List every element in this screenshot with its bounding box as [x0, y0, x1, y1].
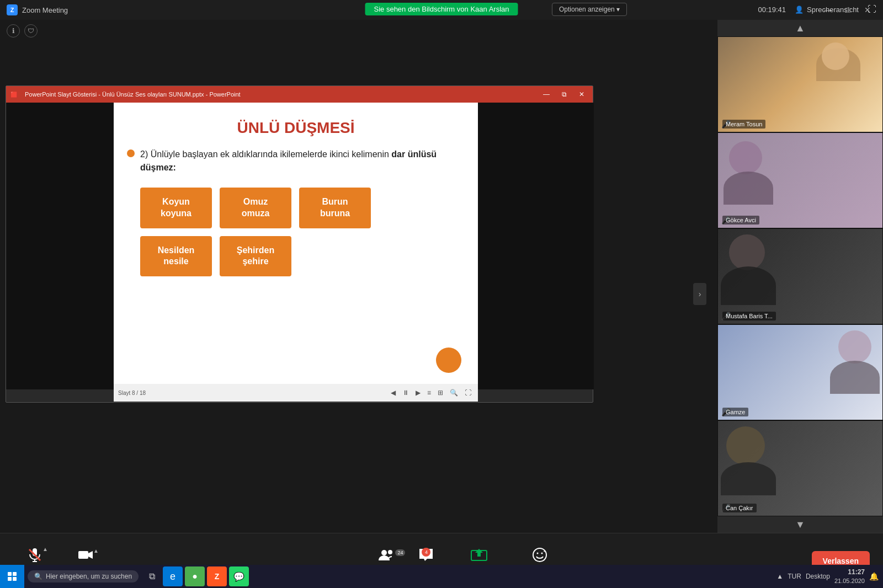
camera-icon: ▲ [78, 549, 93, 564]
video-tile-gokce-avci: 🎤 Gökce Avci [717, 132, 883, 228]
person-head [822, 42, 849, 70]
svg-marker-5 [88, 551, 93, 559]
taskbar-whatsapp-icon[interactable]: 💬 [229, 566, 249, 586]
slide-left-black [6, 103, 114, 389]
taskbar-search[interactable]: 🔍 Hier eingeben, um zu suchen [28, 570, 139, 582]
ppt-icon: 🟥 [10, 92, 17, 98]
panel-scroll-down-button[interactable]: ▼ [717, 516, 883, 533]
shield-icon[interactable]: 🛡 [24, 24, 38, 38]
slide-fullscreen-btn[interactable]: ⛶ [462, 388, 474, 398]
slide-body: 2) Ünlüyle başlayan ek aldıklarında ikil… [127, 148, 465, 174]
slide-forward-btn[interactable]: ▶ [413, 388, 423, 398]
more-options-button[interactable]: › [693, 283, 706, 305]
search-placeholder: Hier eingeben, um zu suchen [46, 573, 132, 580]
ppt-close-btn[interactable]: ✕ [575, 89, 588, 99]
participant-name-3: Mustafa Baris T... [722, 312, 776, 320]
bullet-main-text: 2) Ünlüyle başlayan ek aldıklarında ikil… [140, 149, 391, 159]
windows-logo-br [13, 577, 17, 581]
edge-logo: e [170, 571, 175, 582]
slide-nav-icons: ◀ ⏸ ▶ ≡ ⊞ 🔍 ⛶ [389, 388, 474, 398]
panel-scroll-up-button[interactable]: ▲ [717, 20, 883, 36]
taskbar-clock: 11:27 21.05.2020 [834, 568, 865, 585]
participant-name-5: Can Çakır [722, 504, 757, 512]
svg-rect-4 [78, 551, 88, 559]
windows-logo-tr [13, 572, 17, 576]
powerpoint-window: 🟥 PowerPoint Slayt Gösterisi - Ünlü Ünsü… [6, 85, 593, 403]
taskbar-desktop-label: Desktop [806, 573, 830, 580]
boxes-row-1: Koyunkoyuna Omuzomuza Burunburuna [127, 188, 465, 228]
box-nesil: Nesildennesile [140, 236, 212, 277]
taskbar-zoom-icon[interactable]: Z [207, 566, 227, 586]
zoom-logo: Z [215, 572, 220, 581]
chat-icon: 4 [418, 548, 434, 565]
info-icon[interactable]: ℹ [7, 24, 20, 38]
participant-name-1: Meram Tosun [722, 120, 765, 129]
participants-icon [378, 548, 395, 565]
taskbar-right: ▲ TUR Desktop 11:27 21.05.2020 🔔 [776, 568, 883, 585]
person-head-2 [729, 141, 762, 174]
video-chevron-icon[interactable]: ▲ [93, 548, 99, 554]
ppt-minimize-btn[interactable]: — [540, 89, 553, 99]
taskbar-notification-icon[interactable]: 🔔 [869, 572, 879, 581]
box-koyun: Koyunkoyuna [140, 188, 212, 228]
ppt-title-bar: 🟥 PowerPoint Slayt Gösterisi - Ünlü Ünsü… [6, 86, 593, 103]
app-icon: Z [7, 4, 18, 15]
info-icons: ℹ 🛡 [7, 24, 38, 38]
svg-text:+: + [543, 549, 546, 554]
video-tile-meram-tosun: 🎤 Meram Tosun [717, 36, 883, 132]
boxes-row-2: Nesildennesile Şehirdenşehire [127, 236, 465, 277]
fullscreen-button[interactable]: ⛶ [868, 4, 876, 14]
chrome-logo: ● [192, 571, 198, 581]
person-body-4 [830, 361, 880, 394]
taskbar-edge-icon[interactable]: e [163, 566, 183, 586]
video-tile-can-cakir: 🎤 Can Çakır [717, 420, 883, 516]
speaker-view-button[interactable]: 👤 Sprecheransicht [795, 6, 859, 14]
slide-right-black [478, 103, 594, 389]
slide-page-info: Slayt 8 / 18 [118, 390, 146, 396]
svg-point-6 [381, 550, 387, 555]
box-sehir: Şehirdenşehire [220, 236, 291, 277]
task-view-button[interactable]: ⧉ [142, 566, 162, 586]
person-head-3 [729, 234, 765, 270]
right-panel: ▲ 🎤 Meram Tosun 🎤 Gökce Avci 🎤 Mustafa B… [717, 20, 883, 533]
participants-count: 24 [395, 549, 405, 556]
whatsapp-logo: 💬 [233, 571, 244, 582]
sharing-banner: Sie sehen den Bildschirm von Kaan Arslan [365, 3, 518, 15]
svg-point-11 [536, 552, 538, 554]
person-head-4 [838, 330, 871, 364]
person-body-5 [721, 462, 776, 495]
participant-name-4: Gamze [722, 408, 748, 416]
slide-menu-btn[interactable]: ≡ [425, 388, 433, 398]
taskbar-time: 11:27 [834, 568, 865, 577]
speaker-icon: 👤 [795, 6, 804, 14]
reactions-icon: + [532, 547, 547, 566]
slide-back-btn[interactable]: ◀ [389, 388, 398, 398]
options-button[interactable]: Optionen anzeigen ▾ [552, 3, 627, 16]
slide-view-btn[interactable]: ⊞ [435, 388, 445, 398]
ppt-window-title: PowerPoint Slayt Gösterisi - Ünlü Ünsüz … [25, 91, 535, 98]
chat-badge: 4 [422, 548, 430, 557]
windows-logo-tl [8, 572, 12, 576]
taskbar-show-hidden-icons[interactable]: ▲ [776, 573, 783, 580]
slide-nav-dot[interactable] [436, 348, 461, 373]
svg-point-7 [388, 550, 392, 554]
person-body-3 [721, 266, 776, 305]
audio-chevron-icon[interactable]: ▲ [42, 546, 48, 552]
slide-content: ÜNLÜ DÜŞMESİ 2) Ünlüyle başlayan ek aldı… [114, 103, 478, 389]
video-tile-gamze: 🎤 Gamze [717, 324, 883, 420]
meeting-timer: 00:19:41 [758, 6, 786, 14]
slide-title: ÜNLÜ DÜŞMESİ [127, 119, 465, 137]
slide-zoom-btn[interactable]: 🔍 [448, 388, 460, 398]
slide-pause-btn[interactable]: ⏸ [400, 388, 411, 398]
box-omuz: Omuzomuza [220, 188, 291, 228]
taskbar-chrome-icon[interactable]: ● [185, 566, 205, 586]
taskbar-date: 21.05.2020 [834, 577, 865, 585]
ppt-restore-btn[interactable]: ⧉ [557, 89, 571, 99]
top-right-controls: 00:19:41 👤 Sprecheransicht ⛶ [758, 4, 876, 14]
box-burun: Burunburuna [299, 188, 371, 228]
taskbar-language: TUR [788, 573, 801, 580]
start-button[interactable] [0, 565, 24, 588]
speaker-view-label: Sprecheransicht [807, 6, 859, 14]
slide-navbar: Slayt 8 / 18 ◀ ⏸ ▶ ≡ ⊞ 🔍 ⛶ [114, 384, 478, 402]
bullet-text: 2) Ünlüyle başlayan ek aldıklarında ikil… [140, 148, 465, 174]
